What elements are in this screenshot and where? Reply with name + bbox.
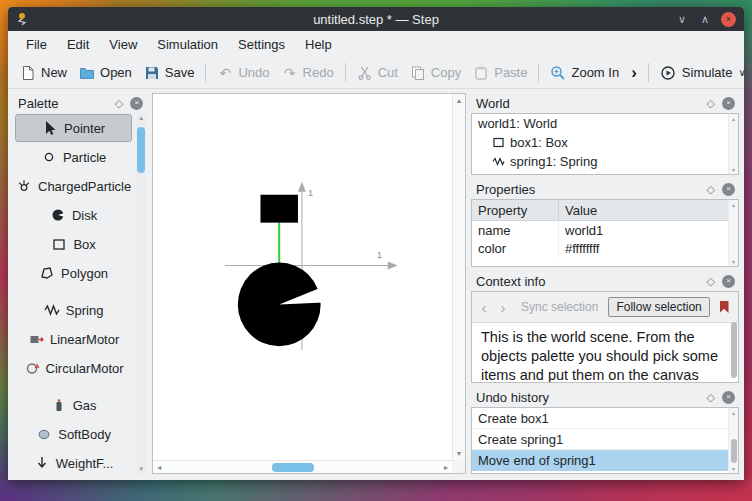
properties-title: Properties xyxy=(476,182,700,197)
open-button[interactable]: Open xyxy=(73,62,138,84)
disk-object[interactable] xyxy=(238,263,321,347)
menu-edit[interactable]: Edit xyxy=(57,33,99,56)
context-scrollbar-thumb[interactable] xyxy=(731,322,737,378)
undo-item-create-spring1[interactable]: Create spring1 xyxy=(472,429,738,450)
scroll-left-icon[interactable]: ◂ xyxy=(157,463,161,472)
scroll-down-icon[interactable]: ▾ xyxy=(732,465,735,472)
paste-button[interactable]: Paste xyxy=(467,62,533,84)
tree-item-box1[interactable]: box1: Box xyxy=(472,133,738,152)
horizontal-scrollbar-thumb[interactable] xyxy=(272,463,314,472)
tree-item-spring1[interactable]: spring1: Spring xyxy=(472,152,738,171)
close-panel-icon[interactable]: × xyxy=(722,183,735,196)
world-header: World ◇ × xyxy=(471,93,739,113)
undo-item-label: Create box1 xyxy=(478,411,549,426)
palette-item-circularmotor[interactable]: CircularMotor xyxy=(15,354,132,382)
palette-list: Pointer Particle ChargedParticle Disk xyxy=(13,113,147,474)
toolbar-overflow-icon[interactable]: › xyxy=(625,63,643,83)
float-panel-icon[interactable]: ◇ xyxy=(707,276,715,287)
scroll-right-icon[interactable]: ▸ xyxy=(444,463,448,472)
world-canvas[interactable]: 1 1 ▴ ▾ xyxy=(152,93,466,474)
palette-item-gas[interactable]: Gas xyxy=(15,391,132,419)
scroll-up-icon[interactable]: ▴ xyxy=(139,114,143,122)
palette-item-weightforce[interactable]: WeightF... xyxy=(15,449,132,474)
value-cell: world1 xyxy=(559,223,738,238)
palette-scrollbar-thumb[interactable] xyxy=(137,127,145,173)
palette-item-box[interactable]: Box xyxy=(15,230,132,258)
palette-item-polygon[interactable]: Polygon xyxy=(15,259,132,287)
palette-panel: Palette ◇ × Pointer Particle Cha xyxy=(13,93,147,474)
scroll-up-icon[interactable]: ▴ xyxy=(732,115,735,122)
simulate-dropdown-icon[interactable]: ∨ xyxy=(738,67,745,78)
weight-force-icon xyxy=(34,455,50,471)
float-panel-icon[interactable]: ◇ xyxy=(707,98,715,109)
close-panel-icon[interactable]: × xyxy=(722,97,735,110)
palette-item-spring[interactable]: Spring xyxy=(15,296,132,324)
scroll-up-icon[interactable]: ▴ xyxy=(732,201,735,208)
close-button[interactable]: × xyxy=(721,12,736,27)
titlebar[interactable]: untitled.step * — Step ∨ ∧ × xyxy=(8,7,744,31)
menu-file[interactable]: File xyxy=(16,33,57,56)
properties-scrollbar[interactable]: ▴ ▾ xyxy=(728,200,738,266)
undo-scrollbar-thumb[interactable] xyxy=(731,439,737,463)
sync-selection-button[interactable]: Sync selection xyxy=(514,298,605,316)
bookmark-icon xyxy=(720,301,729,313)
y-axis-unit-label: 1 xyxy=(308,187,314,198)
close-panel-icon[interactable]: × xyxy=(722,275,735,288)
cut-button[interactable]: Cut xyxy=(351,62,404,84)
palette-item-particle[interactable]: Particle xyxy=(15,143,132,171)
undo-item-move-end-of-spring1[interactable]: Move end of spring1 xyxy=(472,450,738,471)
palette-item-label: Gas xyxy=(73,398,97,413)
box1-object[interactable] xyxy=(261,195,298,223)
simulate-button[interactable]: Simulate ∨ xyxy=(654,62,752,84)
bookmark-button[interactable] xyxy=(714,298,734,316)
scroll-down-icon[interactable]: ▾ xyxy=(139,465,143,473)
property-row-color[interactable]: color #ffffffff xyxy=(472,239,738,257)
value-cell: #ffffffff xyxy=(559,241,738,256)
menu-simulation[interactable]: Simulation xyxy=(147,33,228,56)
scroll-up-icon[interactable]: ▴ xyxy=(457,96,461,105)
scroll-down-icon[interactable]: ▾ xyxy=(457,449,461,458)
close-panel-icon[interactable]: × xyxy=(722,391,735,404)
close-panel-icon[interactable]: × xyxy=(130,97,143,110)
canvas-horizontal-scrollbar[interactable]: ◂ ▸ xyxy=(153,460,452,473)
undo-item-create-box1[interactable]: Create box1 xyxy=(472,408,738,429)
menu-settings[interactable]: Settings xyxy=(228,33,295,56)
undo-button[interactable]: ↶Undo xyxy=(211,62,275,84)
copy-button[interactable]: Copy xyxy=(404,62,467,84)
palette-item-linearmotor[interactable]: LinearMotor xyxy=(15,325,132,353)
scene-view[interactable]: 1 1 xyxy=(153,94,452,460)
redo-button[interactable]: ↷Redo xyxy=(276,62,340,84)
forward-button[interactable]: › xyxy=(495,298,511,316)
back-button[interactable]: ‹ xyxy=(476,298,492,316)
menu-help[interactable]: Help xyxy=(295,33,342,56)
main-toolbar: New Open Save ↶Undo ↷Redo xyxy=(8,57,744,89)
float-panel-icon[interactable]: ◇ xyxy=(115,98,123,109)
zoom-in-icon xyxy=(550,65,566,81)
save-icon xyxy=(144,65,160,81)
follow-selection-button[interactable]: Follow selection xyxy=(608,297,709,317)
zoom-in-button[interactable]: Zoom In xyxy=(544,62,625,84)
minimize-button[interactable]: ∨ xyxy=(675,14,689,25)
palette-item-pointer[interactable]: Pointer xyxy=(15,114,132,142)
scroll-up-icon[interactable]: ▴ xyxy=(732,409,735,416)
new-button[interactable]: New xyxy=(14,62,73,84)
world-scrollbar[interactable]: ▴ ▾ xyxy=(728,114,738,174)
save-button[interactable]: Save xyxy=(138,62,201,84)
undo-history-header: Undo history ◇ × xyxy=(471,387,739,407)
scroll-down-icon[interactable]: ▾ xyxy=(732,166,735,173)
side-panels: World ◇ × world1: World box1: Box xyxy=(471,93,739,474)
palette-item-disk[interactable]: Disk xyxy=(15,201,132,229)
property-row-name[interactable]: name world1 xyxy=(472,221,738,239)
tree-item-label: spring1: Spring xyxy=(510,154,597,169)
palette-item-chargedparticle[interactable]: ChargedParticle xyxy=(15,172,132,200)
menu-view[interactable]: View xyxy=(99,33,147,56)
float-panel-icon[interactable]: ◇ xyxy=(707,184,715,195)
scroll-down-icon[interactable]: ▾ xyxy=(732,258,735,265)
float-panel-icon[interactable]: ◇ xyxy=(707,392,715,403)
canvas-vertical-scrollbar[interactable]: ▴ ▾ xyxy=(452,94,465,460)
tree-item-world1[interactable]: world1: World xyxy=(472,114,738,133)
palette-item-label: ChargedParticle xyxy=(38,179,131,194)
palette-item-softbody[interactable]: SoftBody xyxy=(15,420,132,448)
maximize-button[interactable]: ∧ xyxy=(698,14,712,25)
properties-panel: Properties ◇ × Property Value name world… xyxy=(471,179,739,267)
